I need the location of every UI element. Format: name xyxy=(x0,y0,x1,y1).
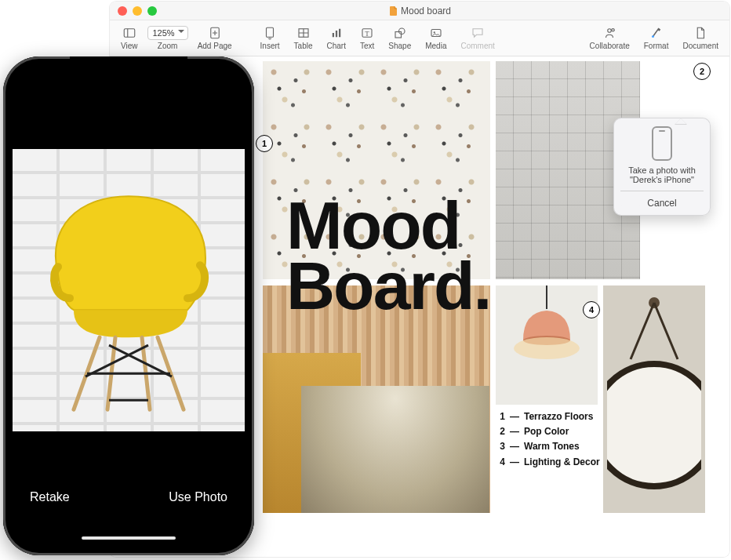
svg-rect-6 xyxy=(299,29,308,38)
iphone-icon xyxy=(652,126,672,161)
document-button[interactable]: Document xyxy=(678,26,723,50)
insert-button[interactable]: Insert xyxy=(256,26,285,50)
use-photo-button[interactable]: Use Photo xyxy=(169,490,227,504)
popover-text-line1: Take a photo with xyxy=(620,165,704,175)
continuity-camera-popover: Take a photo with "Derek's iPhone" Cance… xyxy=(613,118,711,216)
view-label: View xyxy=(121,42,138,50)
legend-row: 2—Pop Color xyxy=(494,424,600,439)
svg-point-18 xyxy=(608,29,612,33)
iphone-device: Retake Use Photo xyxy=(3,56,254,555)
iphone-notch xyxy=(70,56,187,77)
svg-rect-10 xyxy=(336,31,337,37)
svg-rect-14 xyxy=(395,32,402,38)
image-pendant-lamp[interactable] xyxy=(496,285,598,405)
svg-point-15 xyxy=(398,28,405,35)
svg-rect-16 xyxy=(431,30,441,37)
svg-rect-0 xyxy=(124,29,135,38)
legend[interactable]: 1—Terrazzo Floors 2—Pop Color 3—Warm Ton… xyxy=(494,409,600,470)
svg-rect-9 xyxy=(332,33,333,37)
legend-row: 4—Lighting & Decor xyxy=(494,455,600,470)
toolbar: View 125% Zoom Add Page Insert Table Cha… xyxy=(110,20,729,56)
camera-action-bar: Retake Use Photo xyxy=(13,461,245,546)
svg-rect-5 xyxy=(267,27,274,37)
headline-line2: Board. xyxy=(286,256,490,316)
svg-point-22 xyxy=(652,35,654,38)
svg-point-17 xyxy=(433,31,435,33)
legend-row: 1—Terrazzo Floors xyxy=(494,409,600,424)
view-button[interactable]: View xyxy=(116,26,143,50)
svg-rect-12 xyxy=(362,29,372,38)
window-close-button[interactable] xyxy=(118,6,127,16)
badge-4: 4 xyxy=(583,301,600,318)
zoom-label: Zoom xyxy=(158,42,178,50)
svg-rect-2 xyxy=(210,27,219,38)
image-mirror[interactable] xyxy=(603,285,705,513)
shape-button[interactable]: Shape xyxy=(384,26,416,50)
home-indicator[interactable] xyxy=(82,536,176,540)
window-zoom-button[interactable] xyxy=(147,6,157,16)
add-page-label: Add Page xyxy=(198,42,232,50)
svg-text:T: T xyxy=(365,30,369,38)
zoom-value[interactable]: 125% xyxy=(147,26,188,40)
svg-point-27 xyxy=(607,364,701,486)
retake-button[interactable]: Retake xyxy=(30,490,70,504)
camera-viewfinder xyxy=(13,149,245,431)
collaborate-button[interactable]: Collaborate xyxy=(585,26,635,50)
svg-point-25 xyxy=(514,337,580,359)
headline-line1: Mood xyxy=(286,195,490,256)
add-page-button[interactable]: Add Page xyxy=(193,26,237,50)
chart-button[interactable]: Chart xyxy=(322,26,351,50)
table-button[interactable]: Table xyxy=(289,26,318,50)
photo-subject-chair xyxy=(31,180,227,419)
svg-point-19 xyxy=(611,28,615,32)
media-button[interactable]: Media xyxy=(420,26,451,50)
comment-button: Comment xyxy=(456,26,499,50)
cancel-button[interactable]: Cancel xyxy=(620,191,704,215)
toolbar-center: Insert Table Chart T Text Shape Media xyxy=(256,26,635,50)
popover-text-line2: "Derek's iPhone" xyxy=(620,175,704,184)
window-title: Mood board xyxy=(162,5,678,16)
window-minimize-button[interactable] xyxy=(133,6,142,16)
text-button[interactable]: T Text xyxy=(355,26,379,50)
headline[interactable]: Mood Board. xyxy=(286,195,490,317)
format-button[interactable]: Format xyxy=(639,26,674,50)
document-icon xyxy=(390,6,398,16)
badge-1: 1 xyxy=(256,135,273,152)
svg-rect-11 xyxy=(339,29,340,38)
titlebar: Mood board xyxy=(110,2,729,20)
iphone-screen: Retake Use Photo xyxy=(13,66,245,546)
image-fur[interactable] xyxy=(301,386,489,513)
zoom-control[interactable]: 125% Zoom xyxy=(147,26,188,50)
window-title-text: Mood board xyxy=(401,5,451,16)
legend-row: 3—Warm Tones xyxy=(494,439,600,454)
badge-2: 2 xyxy=(693,63,711,80)
